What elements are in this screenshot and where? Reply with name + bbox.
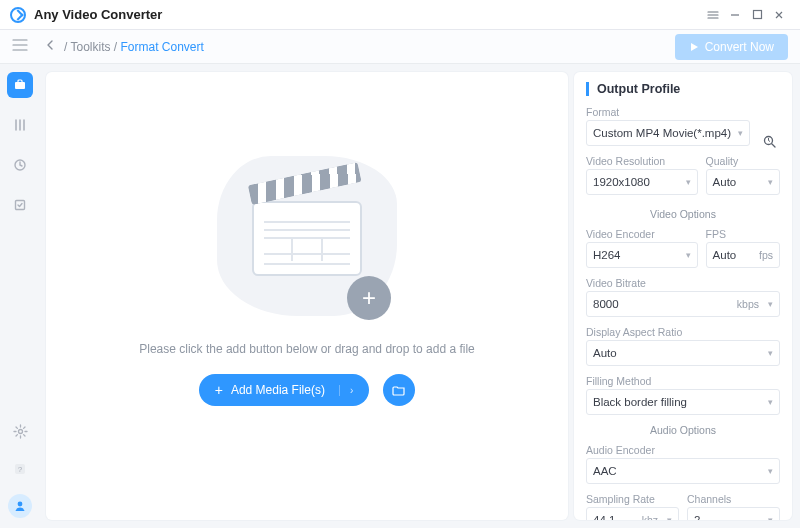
panel-title: Output Profile <box>586 82 780 96</box>
crumb-root[interactable]: Toolkits <box>70 40 110 54</box>
help-icon[interactable]: ? <box>7 456 33 482</box>
toolbar: / Toolkits / Format Convert Convert Now <box>0 30 800 64</box>
sidebar-tasks-icon[interactable] <box>7 192 33 218</box>
quality-label: Quality <box>706 155 780 167</box>
add-folder-button[interactable] <box>383 374 415 406</box>
refresh-icon[interactable] <box>758 130 780 152</box>
settings-icon[interactable] <box>7 418 33 444</box>
svg-rect-0 <box>753 11 761 19</box>
convert-now-label: Convert Now <box>705 40 774 54</box>
audio-encoder-label: Audio Encoder <box>586 444 780 456</box>
app-title: Any Video Converter <box>34 7 162 22</box>
convert-now-button[interactable]: Convert Now <box>675 34 788 60</box>
breadcrumb: / Toolkits / Format Convert <box>64 40 204 54</box>
aspect-ratio-label: Display Aspect Ratio <box>586 326 780 338</box>
svg-point-7 <box>18 502 23 507</box>
close-icon[interactable] <box>768 4 790 26</box>
dropzone[interactable]: + Please click the add button below or d… <box>46 72 568 520</box>
svg-text:?: ? <box>18 465 23 474</box>
dropzone-hint: Please click the add button below or dra… <box>139 342 475 356</box>
plus-icon: + <box>347 276 391 320</box>
sidebar-library-icon[interactable] <box>7 112 33 138</box>
svg-rect-1 <box>15 82 25 89</box>
video-bitrate-select[interactable]: 8000kbps <box>586 291 780 317</box>
add-media-label: Add Media File(s) <box>231 383 325 397</box>
fps-label: FPS <box>706 228 780 240</box>
format-select[interactable]: Custom MP4 Movie(*.mp4) <box>586 120 750 146</box>
hamburger-icon[interactable] <box>12 39 30 54</box>
video-bitrate-label: Video Bitrate <box>586 277 780 289</box>
sidebar: ? <box>0 64 40 528</box>
maximize-icon[interactable] <box>746 4 768 26</box>
channels-select[interactable]: 2 <box>687 507 780 520</box>
video-options-title: Video Options <box>586 208 780 220</box>
video-encoder-label: Video Encoder <box>586 228 698 240</box>
filling-method-select[interactable]: Black border filling <box>586 389 780 415</box>
app-logo-icon <box>10 7 26 23</box>
video-encoder-select[interactable]: H264 <box>586 242 698 268</box>
aspect-ratio-select[interactable]: Auto <box>586 340 780 366</box>
sampling-rate-select[interactable]: 44.1khz <box>586 507 679 520</box>
back-icon[interactable] <box>44 39 56 54</box>
sidebar-history-icon[interactable] <box>7 152 33 178</box>
fps-select[interactable]: Autofps <box>706 242 780 268</box>
minimize-icon[interactable] <box>724 4 746 26</box>
add-media-button[interactable]: + Add Media File(s) › <box>199 374 370 406</box>
audio-encoder-select[interactable]: AAC <box>586 458 780 484</box>
format-label: Format <box>586 106 750 118</box>
menu-icon[interactable] <box>702 4 724 26</box>
resolution-label: Video Resolution <box>586 155 698 167</box>
sidebar-toolkits-icon[interactable] <box>7 72 33 98</box>
empty-illustration: + <box>217 156 397 316</box>
avatar[interactable] <box>8 494 32 518</box>
titlebar: Any Video Converter <box>0 0 800 30</box>
audio-options-title: Audio Options <box>586 424 780 436</box>
filling-method-label: Filling Method <box>586 375 780 387</box>
sampling-rate-label: Sampling Rate <box>586 493 679 505</box>
svg-point-4 <box>18 429 22 433</box>
chevron-right-icon: › <box>339 385 353 396</box>
channels-label: Channels <box>687 493 780 505</box>
resolution-select[interactable]: 1920x1080 <box>586 169 698 195</box>
crumb-current: Format Convert <box>120 40 203 54</box>
output-profile-panel: Output Profile Format Custom MP4 Movie(*… <box>574 72 792 520</box>
quality-select[interactable]: Auto <box>706 169 780 195</box>
